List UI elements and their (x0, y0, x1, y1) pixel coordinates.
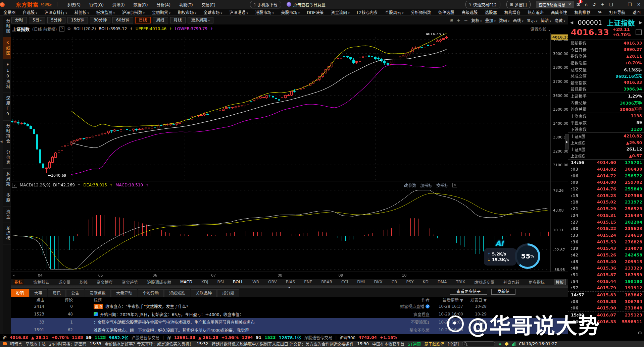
mobile-download-button[interactable]: ▯ 手机版下载 (250, 1, 281, 8)
minimize-icon[interactable]: — (618, 2, 622, 7)
nav-item[interactable]: 个股风云 ▾ (385, 9, 403, 15)
nav-item[interactable]: 条件选股 (438, 9, 454, 15)
period-button-分时[interactable]: 分时 (11, 17, 27, 23)
sidebar-item-F10资料[interactable]: F10资料 (3, 59, 11, 93)
nav-item[interactable]: 机构推荐 (574, 9, 590, 15)
tool-数码[interactable]: 数码 ▾ (499, 17, 509, 23)
restore-icon[interactable]: ❐ (628, 2, 632, 7)
post-author[interactable]: 财富视点直播V (366, 303, 430, 309)
ma-settings-button[interactable]: 设置均线 ⌄ (530, 26, 551, 32)
indicator-tab-虚拟成交量[interactable]: 虚拟成交量 (474, 279, 494, 285)
menu-item[interactable]: 数据(D) (134, 2, 148, 7)
period-button-更多周期[interactable]: 更多周期 ▾ (188, 17, 213, 23)
tool-画线[interactable]: 画线 ▾ (513, 17, 523, 23)
indicator-tab-神奇九转[interactable]: 神奇九转 (503, 279, 519, 285)
indicator-tab-CR[interactable]: CR (392, 280, 397, 284)
news-headline[interactable]: 中国在本收获季首 (372, 341, 404, 347)
nav-item[interactable]: 期权市场 ▾ (178, 9, 196, 15)
nav-item[interactable]: 美股市场 ▾ (281, 9, 300, 15)
nav-item[interactable]: 全景图 (3, 9, 15, 15)
menu-item[interactable]: 交易(E) (202, 2, 215, 7)
indicator-tab-OBV[interactable]: OBV (268, 280, 277, 284)
close-window-icon[interactable]: ✕ (637, 2, 641, 7)
period-button-月线[interactable]: 月线 (170, 17, 186, 23)
news-headline[interactable]: 特朗普欲降低关税换取中方遏制芬太尼出口 外交部：美方应为合作创造必要条件 (212, 341, 354, 347)
post-title[interactable]: 难得今天港股休市，聊一下大盘吧，好久没聊了。其实好多朋友问4000点的事，我觉得 (73, 327, 366, 333)
indicator-tab-ENE[interactable]: ENE (304, 280, 312, 284)
indicator-tab-成交量[interactable]: 成交量 (58, 279, 70, 285)
menu-item[interactable]: 资讯(I) (112, 2, 125, 7)
nav-item[interactable]: L2核心内参 (357, 9, 378, 15)
indicator-tab-MACD[interactable]: MACD (180, 280, 192, 284)
nav-item[interactable]: 返回 (633, 9, 641, 15)
indicator-tab-均线[interactable]: 均线 (80, 279, 88, 285)
sidebar-item-分时持仓[interactable]: 分时持仓 (3, 121, 11, 147)
sidebar-item-龙虎榜[interactable]: 龙虎榜 (3, 223, 11, 244)
panel-collapse-strip[interactable]: ▼ (11, 285, 568, 288)
macd-action-换指标[interactable]: 换指标 (436, 182, 448, 188)
post-tab-成分股[interactable]: 成分股 (217, 289, 239, 297)
alert-stock[interactable]: ST通葡 (408, 341, 421, 347)
all-news-button[interactable]: [全部] (448, 341, 459, 347)
nav-item[interactable]: 高级选股 (461, 9, 478, 15)
post-tab-关联品种[interactable]: 关联品种 (191, 289, 217, 297)
post-tab-短线涨跌[interactable]: 短线涨跌 (164, 289, 190, 297)
sidebar-item-分时图[interactable]: 分时图 (3, 16, 11, 37)
next-security-icon[interactable]: ▶ (639, 20, 642, 25)
zoom-out-icon[interactable]: － (464, 17, 468, 23)
menu-item[interactable]: 功能(T) (179, 2, 193, 7)
indicator-tab-恢复默认[interactable]: 恢复默认 (33, 279, 49, 285)
new-post-button[interactable]: 发新帖 (491, 289, 515, 295)
post-tab-贡献点数[interactable]: 贡献点数 (85, 289, 111, 297)
post-title[interactable]: 开始日期：2025年2月5日，初始资金：65万，今日盈亏：＋4000，收盘市值： (73, 311, 366, 317)
nav-item[interactable]: 热点追击 (528, 9, 544, 15)
sidebar-item-深度F9[interactable]: 深度F9 (3, 93, 11, 121)
nav-item[interactable]: 港股市场 ▾ (255, 9, 274, 15)
nav-item[interactable]: 沪深京指数 ▾ (122, 9, 145, 15)
sidebar-item-分价表[interactable]: 分价表 (3, 147, 11, 169)
home-icon[interactable]: ⌂ (585, 2, 588, 7)
period-button-30分钟[interactable]: 30分钟 (90, 17, 110, 23)
panel-expand-icon[interactable]: ▶ (565, 134, 569, 150)
nav-item[interactable]: ≫ (598, 10, 602, 14)
period-button-日线[interactable]: 日线 (135, 17, 151, 23)
nav-item[interactable]: 沪深港通 ▾ (230, 9, 248, 15)
zoom-in-icon[interactable]: ＋ (456, 17, 460, 23)
indicator-tab-资金趋势[interactable]: 资金趋势 (122, 279, 138, 285)
percent-gauge[interactable]: 55% (515, 243, 540, 269)
post-author[interactable]: 葵宝不吃面 (366, 327, 430, 333)
nav-item[interactable]: 科创板 ▾ (75, 9, 89, 15)
macd-action-改参数[interactable]: 改参数 (404, 182, 416, 188)
post-tab-公告[interactable]: 公告 (66, 289, 84, 297)
indicator-tab-CCI[interactable]: CCI (341, 280, 348, 284)
close-icon[interactable]: ✕ (568, 2, 572, 7)
collapse-panel-button[interactable]: − (636, 30, 642, 35)
period-button-15分钟[interactable]: 15分钟 (67, 17, 88, 23)
post-tab-大盘异动[interactable]: 大盘异动 (111, 289, 137, 297)
indicator-tab-更多指标[interactable]: 更多指标 (529, 279, 545, 285)
indicator-tab-沪股通成交额[interactable]: 沪股通成交额 (147, 279, 171, 285)
nav-item[interactable]: 全球市场 ▾ (204, 9, 222, 15)
quick-trade-button[interactable]: ¥ 快速交易F12 (465, 1, 500, 8)
ticker-tag2[interactable]: 24小时直播：建密码 (49, 341, 86, 347)
tool-隐藏[interactable]: 隐藏 ▾ (555, 17, 565, 23)
skin-icon[interactable]: ✦ (601, 2, 604, 7)
post-tab-个股异动[interactable]: 个股异动 (138, 289, 164, 297)
tick-list[interactable]: 14:564014.60175701:034014.82306430:06401… (568, 159, 644, 325)
sidebar-item-多周期[interactable]: 多周期 (3, 169, 11, 190)
nav-item[interactable]: 资金流向 ▾ (331, 9, 349, 15)
left-collapse-icon[interactable]: ◀ (0, 134, 3, 149)
post-title[interactable]: ：金属空气电池概念股票是指在金属空气电池技术研发、生产和应用等环节具有相关业务布 (73, 319, 366, 325)
indicator-tab-WR[interactable]: WR (252, 280, 259, 284)
nav-item[interactable]: 机构增仓 (504, 9, 521, 15)
multi-window-button[interactable]: ⊞ 多窗口 (506, 1, 531, 8)
post-tab-大事[interactable]: 大事 (29, 289, 47, 297)
indicator-tab-TRIX[interactable]: TRIX (456, 280, 465, 284)
menu-item[interactable]: 行情(Q) (89, 2, 104, 7)
indicator-tab-BOLL[interactable]: BOLL (233, 280, 243, 284)
replay-button[interactable]: 点击查看今日复盘 (287, 2, 326, 7)
tool-简洁[interactable]: 简洁 ▾ (541, 17, 551, 23)
indicator-tab-DKX[interactable]: DKX (374, 280, 382, 284)
mail-icon[interactable]: ✉3 (577, 2, 580, 7)
bell-icon[interactable] (505, 342, 508, 345)
